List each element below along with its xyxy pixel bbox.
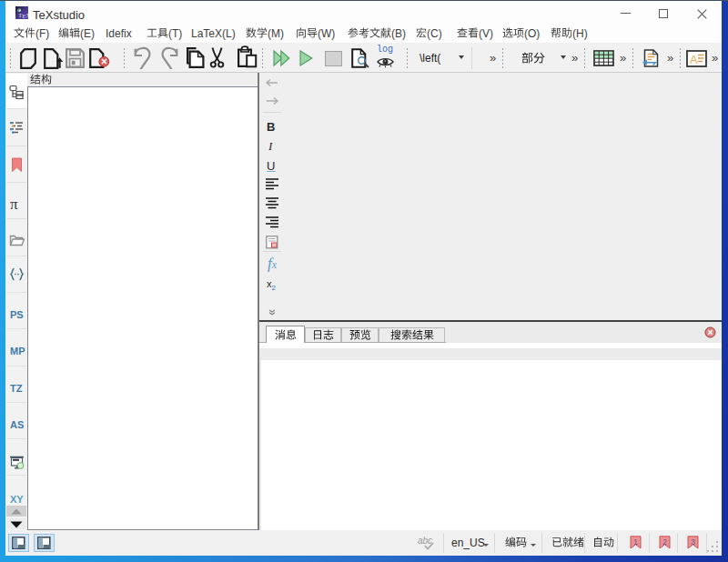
svg-text:TEX: TEX (18, 12, 28, 20)
svg-text:A: A (690, 53, 698, 66)
svg-text:1: 1 (633, 537, 638, 547)
svg-text:abc: abc (418, 536, 432, 546)
svg-text:2: 2 (662, 537, 667, 547)
svg-text:3: 3 (691, 537, 695, 547)
